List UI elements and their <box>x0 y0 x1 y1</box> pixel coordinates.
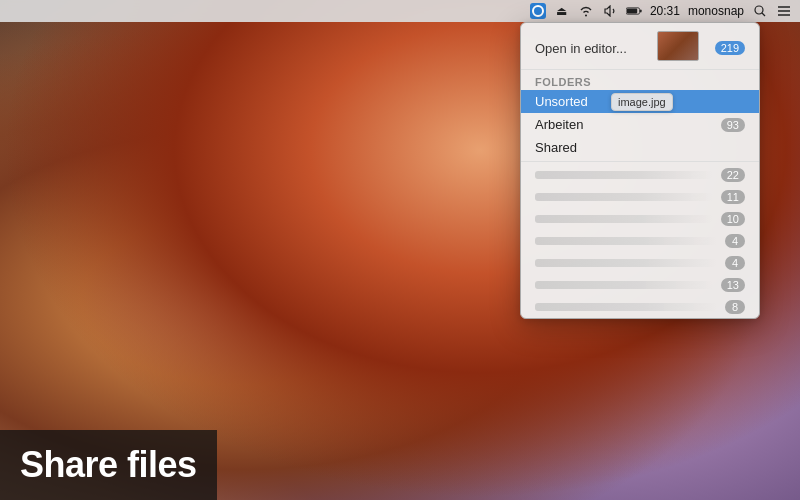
separator-1 <box>521 161 759 162</box>
folder-name-arbeiten: Arbeiten <box>535 117 721 132</box>
blurred-count-5: 4 <box>725 256 745 270</box>
blurred-count-1: 22 <box>721 168 745 182</box>
folder-count-arbeiten: 93 <box>721 118 745 132</box>
monosnap-icon[interactable] <box>530 3 546 19</box>
blurred-row-6: 13 <box>521 274 759 296</box>
search-icon[interactable] <box>752 3 768 19</box>
open-editor-label: Open in editor... <box>535 41 649 56</box>
camera-icon: ⏏ <box>554 3 570 19</box>
thumbnail-preview <box>657 31 699 61</box>
time-display: 20:31 <box>650 4 680 18</box>
unsorted-count-badge: 219 <box>715 41 745 55</box>
menu-icon[interactable] <box>776 3 792 19</box>
share-files-label: Share files <box>20 444 197 485</box>
svg-rect-1 <box>627 9 637 14</box>
folders-section-label: Folders <box>521 70 759 90</box>
blurred-row-5: 4 <box>521 252 759 274</box>
menu-bar: ⏏ 20:31 monosnap <box>0 0 800 22</box>
blurred-count-3: 10 <box>721 212 745 226</box>
folder-row-shared[interactable]: Shared <box>521 136 759 159</box>
share-files-section: Share files <box>0 430 217 500</box>
open-editor-row[interactable]: Open in editor... 219 <box>521 23 759 70</box>
blurred-row-3: 10 <box>521 208 759 230</box>
battery-icon <box>626 3 642 19</box>
svg-point-3 <box>755 6 763 14</box>
folder-row-arbeiten[interactable]: Arbeiten 93 <box>521 113 759 136</box>
blurred-count-6: 13 <box>721 278 745 292</box>
blurred-count-4: 4 <box>725 234 745 248</box>
blurred-row-1: 22 <box>521 164 759 186</box>
folder-name-shared: Shared <box>535 140 745 155</box>
svg-rect-2 <box>640 9 642 12</box>
blurred-row-7: 8 <box>521 296 759 318</box>
image-filename-badge: image.jpg <box>611 93 673 111</box>
app-name-display: monosnap <box>688 4 744 18</box>
wifi-icon <box>578 3 594 19</box>
blurred-count-2: 11 <box>721 190 745 204</box>
dropdown-menu: Open in editor... 219 Folders Unsorted i… <box>520 22 760 319</box>
blurred-count-7: 8 <box>725 300 745 314</box>
blurred-row-2: 11 <box>521 186 759 208</box>
folder-row-unsorted[interactable]: Unsorted image.jpg <box>521 90 759 113</box>
volume-icon <box>602 3 618 19</box>
svg-line-4 <box>762 13 765 16</box>
blurred-row-4: 4 <box>521 230 759 252</box>
